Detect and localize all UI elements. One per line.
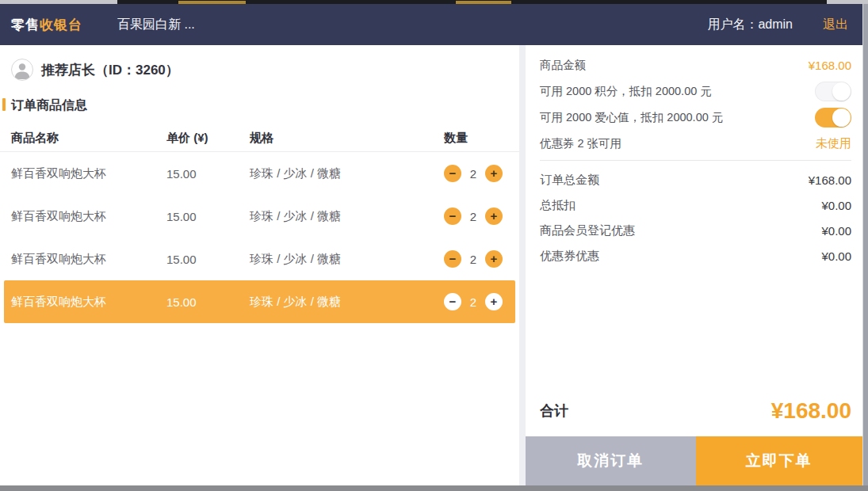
item-price: 15.00 xyxy=(166,295,250,309)
increase-quantity-button[interactable]: + xyxy=(485,250,503,268)
panel-divider xyxy=(519,45,526,485)
col-header-name: 商品名称 xyxy=(11,131,166,146)
quantity-value: 2 xyxy=(468,253,478,266)
cancel-order-button[interactable]: 取消订单 xyxy=(526,436,696,485)
item-price: 15.00 xyxy=(166,253,250,266)
goods-amount-value: ¥168.00 xyxy=(809,59,851,72)
order-item-row[interactable]: 鲜百香双响炮大杯 15.00 珍珠 / 少冰 / 微糖 − 2 + xyxy=(0,152,519,195)
decrease-quantity-button[interactable]: − xyxy=(444,165,461,182)
grand-total-value: ¥168.00 xyxy=(771,398,851,424)
total-row: 优惠券优惠 ¥0.00 xyxy=(540,243,851,268)
item-spec: 珍珠 / 少冰 / 微糖 xyxy=(250,209,444,224)
total-value: ¥0.00 xyxy=(821,249,851,263)
submit-order-button[interactable]: 立即下单 xyxy=(696,436,862,485)
recommender-label: 推荐店长（ID：3260） xyxy=(41,61,179,79)
col-header-qty: 数量 xyxy=(444,131,519,146)
discount-summary: 商品金额 ¥168.00 可用 2000 积分，抵扣 2000.00 元 可用 … xyxy=(526,45,862,157)
col-header-price: 单价 (¥) xyxy=(166,131,250,146)
item-name: 鲜百香双响炮大杯 xyxy=(11,209,166,224)
total-label: 商品会员登记优惠 xyxy=(540,223,635,238)
toggle-knob xyxy=(832,108,851,127)
pos-cashier-window: 零售收银台 百果园白新 ... 用户名：admin 退出 推荐店长（ID：326… xyxy=(0,4,863,485)
grand-total-label: 合计 xyxy=(540,402,568,421)
total-value: ¥0.00 xyxy=(821,224,851,238)
order-item-row[interactable]: 鲜百香双响炮大杯 15.00 珍珠 / 少冰 / 微糖 − 2 + xyxy=(0,238,519,280)
love-value-toggle[interactable] xyxy=(815,108,851,128)
toggle-knob xyxy=(832,82,851,101)
action-bar: 取消订单 立即下单 xyxy=(526,436,862,485)
col-header-spec: 规格 xyxy=(250,131,444,146)
quantity-value: 2 xyxy=(468,210,478,223)
increase-quantity-button[interactable]: + xyxy=(485,293,503,310)
goods-amount-row: 商品金额 ¥168.00 xyxy=(540,52,851,78)
section-title-order-items: 订单商品信息 xyxy=(0,97,519,114)
app-header: 零售收银台 百果园白新 ... 用户名：admin 退出 xyxy=(0,4,862,45)
coupon-status[interactable]: 未使用 xyxy=(816,136,851,151)
app-title-accent: 收银台 xyxy=(40,17,82,32)
points-toggle[interactable] xyxy=(815,82,851,101)
decrease-quantity-button[interactable]: − xyxy=(444,250,461,268)
app-title: 零售收银台 xyxy=(11,16,82,34)
total-label: 总抵扣 xyxy=(540,198,575,213)
total-row: 总抵扣 ¥0.00 xyxy=(540,192,851,218)
points-row: 可用 2000 积分，抵扣 2000.00 元 xyxy=(540,78,851,105)
order-item-row[interactable]: 鲜百香双响炮大杯 15.00 珍珠 / 少冰 / 微糖 − 2 + xyxy=(0,195,519,238)
total-row: 订单总金额 ¥168.00 xyxy=(540,167,851,192)
quantity-stepper: − 2 + xyxy=(444,165,519,182)
goods-amount-label: 商品金额 xyxy=(540,58,586,73)
store-tab[interactable]: 百果园白新 ... xyxy=(117,17,195,33)
desktop-bottom-sliver xyxy=(0,485,868,491)
spacer xyxy=(526,268,862,386)
increase-quantity-button[interactable]: + xyxy=(485,207,503,225)
total-label: 订单总金额 xyxy=(540,173,599,188)
item-price: 15.00 xyxy=(166,210,250,223)
points-label: 可用 2000 积分，抵扣 2000.00 元 xyxy=(540,84,712,99)
decrease-quantity-button[interactable]: − xyxy=(444,293,461,310)
order-item-row-selected[interactable]: 鲜百香双响炮大杯 15.00 珍珠 / 少冰 / 微糖 − 2 + xyxy=(4,280,515,323)
coupon-row: 优惠券 2 张可用 未使用 xyxy=(540,131,851,157)
order-totals: 订单总金额 ¥168.00 总抵扣 ¥0.00 商品会员登记优惠 ¥0.00 优… xyxy=(526,161,862,268)
username-label: 用户名：admin xyxy=(707,17,793,33)
love-value-row: 可用 2000 爱心值，抵扣 2000.00 元 xyxy=(540,105,851,131)
quantity-stepper: − 2 + xyxy=(444,293,515,310)
total-label: 优惠券优惠 xyxy=(540,249,599,264)
item-spec: 珍珠 / 少冰 / 微糖 xyxy=(250,166,444,181)
order-items-panel: 推荐店长（ID：3260） 订单商品信息 商品名称 单价 (¥) 规格 数量 鲜… xyxy=(0,45,519,485)
item-spec: 珍珠 / 少冰 / 微糖 xyxy=(250,295,444,310)
item-price: 15.00 xyxy=(166,167,250,181)
checkout-panel: 商品金额 ¥168.00 可用 2000 积分，抵扣 2000.00 元 可用 … xyxy=(526,45,862,485)
main-content: 推荐店长（ID：3260） 订单商品信息 商品名称 单价 (¥) 规格 数量 鲜… xyxy=(0,45,862,485)
quantity-stepper: − 2 + xyxy=(444,250,519,268)
app-title-prefix: 零售 xyxy=(11,17,40,32)
total-value: ¥0.00 xyxy=(821,199,851,212)
item-spec: 珍珠 / 少冰 / 微糖 xyxy=(250,252,444,267)
love-value-label: 可用 2000 爱心值，抵扣 2000.00 元 xyxy=(540,110,723,125)
total-value: ¥168.00 xyxy=(809,173,851,187)
item-name: 鲜百香双响炮大杯 xyxy=(11,166,166,181)
user-avatar-icon xyxy=(11,59,33,81)
total-row: 商品会员登记优惠 ¥0.00 xyxy=(540,218,851,243)
quantity-stepper: − 2 + xyxy=(444,207,519,225)
table-header: 商品名称 单价 (¥) 规格 数量 xyxy=(0,125,519,152)
quantity-value: 2 xyxy=(468,295,478,309)
increase-quantity-button[interactable]: + xyxy=(485,165,503,182)
logout-button[interactable]: 退出 xyxy=(823,17,848,33)
quantity-value: 2 xyxy=(468,167,478,181)
grand-total-row: 合计 ¥168.00 xyxy=(526,386,862,436)
item-name: 鲜百香双响炮大杯 xyxy=(11,252,166,267)
decrease-quantity-button[interactable]: − xyxy=(444,207,461,225)
coupon-label: 优惠券 2 张可用 xyxy=(540,136,621,151)
recommender-row[interactable]: 推荐店长（ID：3260） xyxy=(11,59,508,81)
item-name: 鲜百香双响炮大杯 xyxy=(11,295,166,310)
